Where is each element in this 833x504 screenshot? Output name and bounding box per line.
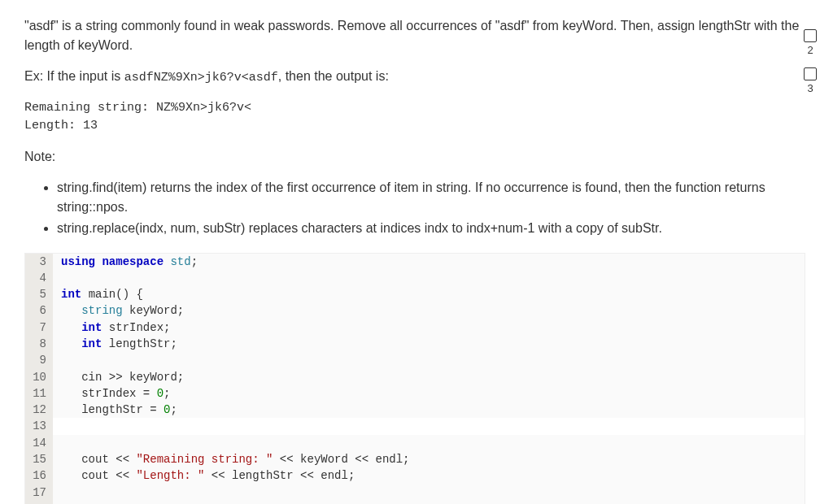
line-number: 7 — [25, 319, 53, 336]
example-input: asdfNZ%9Xn>jk6?v<asdf — [124, 71, 278, 85]
code-content[interactable] — [53, 418, 805, 434]
code-content: return 0; — [53, 501, 805, 504]
line-number: 16 — [25, 467, 53, 484]
line-number: 14 — [25, 435, 53, 451]
example-prefix: Ex: If the input is — [24, 69, 124, 83]
code-line: 16 cout << "Length: " << lengthStr << en… — [25, 467, 805, 484]
line-number: 17 — [25, 484, 53, 501]
line-number: 5 — [25, 286, 53, 302]
code-content: string keyWord; — [53, 302, 805, 319]
code-line: 9 — [25, 352, 805, 368]
list-item: string.find(item) returns the index of t… — [57, 178, 805, 217]
code-line: 15 cout << "Remaining string: " << keyWo… — [25, 451, 805, 467]
code-content: lengthStr = 0; — [53, 402, 805, 418]
code-content — [53, 270, 805, 286]
mark-value-1: 2 — [807, 44, 813, 56]
expected-output: Remaining string: NZ%9Xn>jk6?v< Length: … — [24, 99, 805, 136]
code-content — [53, 484, 805, 501]
note-label: Note: — [24, 147, 805, 167]
line-number: 18 — [25, 501, 53, 504]
score-marks: 2 3 — [804, 29, 817, 106]
notes-list: string.find(item) returns the index of t… — [57, 178, 805, 238]
code-line: 10 cin >> keyWord; — [25, 369, 805, 385]
line-number: 11 — [25, 385, 53, 402]
mark-value-2: 3 — [807, 82, 813, 94]
code-content: cout << "Remaining string: " << keyWord … — [53, 451, 805, 467]
line-number: 13 — [25, 418, 53, 434]
code-line: 8 int lengthStr; — [25, 336, 805, 352]
code-content: cin >> keyWord; — [53, 369, 805, 385]
code-content — [53, 435, 805, 451]
code-line: 18 return 0; — [25, 501, 805, 504]
code-editor[interactable]: 3 using namespace std; 4 5 int main() { … — [24, 253, 805, 505]
line-number: 15 — [25, 451, 53, 467]
checkbox-1[interactable] — [804, 29, 817, 42]
line-number: 8 — [25, 336, 53, 352]
line-number: 6 — [25, 302, 53, 319]
code-content: int main() { — [53, 286, 805, 302]
checkbox-2[interactable] — [804, 67, 817, 80]
code-line-editable: 13 — [25, 418, 805, 434]
code-content: strIndex = 0; — [53, 385, 805, 402]
code-line: 3 using namespace std; — [25, 254, 805, 270]
code-content: using namespace std; — [53, 254, 805, 270]
line-number: 9 — [25, 352, 53, 368]
code-line: 5 int main() { — [25, 286, 805, 302]
code-line: 7 int strIndex; — [25, 319, 805, 336]
example-line: Ex: If the input is asdfNZ%9Xn>jk6?v<asd… — [24, 67, 805, 88]
code-content: cout << "Length: " << lengthStr << endl; — [53, 467, 805, 484]
code-line: 12 lengthStr = 0; — [25, 402, 805, 418]
output-line-2: Length: 13 — [24, 117, 805, 136]
line-number: 4 — [25, 270, 53, 286]
line-number: 3 — [25, 254, 53, 270]
code-line: 17 — [25, 484, 805, 501]
list-item: string.replace(indx, num, subStr) replac… — [57, 219, 805, 238]
output-line-1: Remaining string: NZ%9Xn>jk6?v< — [24, 99, 805, 118]
code-line: 4 — [25, 270, 805, 286]
example-suffix: , then the output is: — [278, 69, 389, 83]
code-content: int lengthStr; — [53, 336, 805, 352]
code-line: 11 strIndex = 0; — [25, 385, 805, 402]
line-number: 10 — [25, 369, 53, 385]
code-content — [53, 352, 805, 368]
code-line: 14 — [25, 435, 805, 451]
code-content: int strIndex; — [53, 319, 805, 336]
problem-intro: "asdf" is a string commonly found in wea… — [24, 16, 805, 55]
line-number: 12 — [25, 402, 53, 418]
code-line: 6 string keyWord; — [25, 302, 805, 319]
